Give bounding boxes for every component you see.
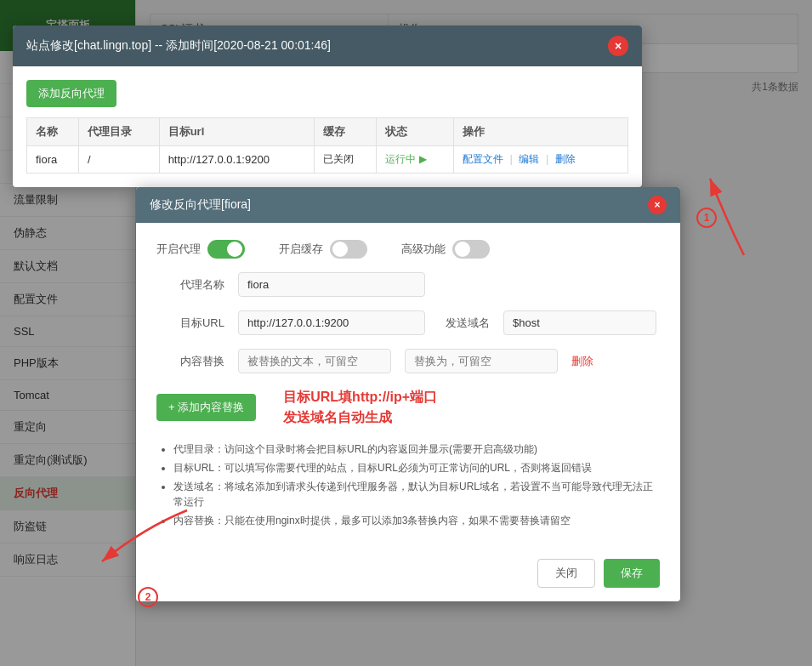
delete-proxy-link[interactable]: 删除 <box>555 153 576 165</box>
hint-line2: 发送域名自动生成 <box>283 407 437 428</box>
badge-2: 2 <box>138 587 158 607</box>
proxy-col-status: 状态 <box>377 118 453 146</box>
enable-proxy-toggle[interactable] <box>207 240 245 259</box>
add-content-button[interactable]: + 添加内容替换 <box>156 394 256 421</box>
enable-cache-label: 开启缓存 <box>279 242 323 257</box>
close-dialog-button[interactable]: 关闭 <box>537 559 595 588</box>
proxy-name-input[interactable] <box>238 272 425 297</box>
advanced-label: 高级功能 <box>401 242 446 257</box>
enable-proxy-group: 开启代理 <box>156 240 245 259</box>
toggle-knob <box>227 242 242 257</box>
proxy-table-row: fiora / http://127.0.0.1:9200 已关闭 运行中 ▶ … <box>27 146 628 174</box>
advanced-toggle-knob <box>455 242 470 257</box>
send-domain-form-label: 发送域名 <box>439 316 490 331</box>
proxy-dialog-body: 开启代理 开启缓存 高级功能 代理名称 <box>136 223 680 549</box>
info-list: 代理目录：访问这个目录时将会把目标URL的内容返回并显示(需要开启高级功能) 目… <box>156 441 660 528</box>
config-file-link[interactable]: 配置文件 <box>463 153 503 165</box>
add-reverse-proxy-button[interactable]: 添加反向代理 <box>26 80 116 107</box>
proxy-dir-cell: / <box>78 146 159 174</box>
target-url-form-label: 目标URL <box>156 316 224 331</box>
proxy-col-cache: 缓存 <box>314 118 377 146</box>
enable-cache-group: 开启缓存 <box>279 240 367 259</box>
proxy-col-url: 目标url <box>159 118 314 146</box>
proxy-url-cell: http://127.0.0.1:9200 <box>159 146 314 174</box>
dialog-footer: 关闭 保存 <box>136 549 680 601</box>
content-replace-form-label: 内容替换 <box>156 354 224 369</box>
proxy-cache-cell: 已关闭 <box>314 146 377 174</box>
proxy-action-links: 配置文件 | 编辑 | 删除 <box>463 152 619 167</box>
hint-line1: 目标URL填http://ip+端口 <box>283 387 437 407</box>
site-dialog-close-button[interactable]: × <box>608 36 628 56</box>
proxy-col-action: 操作 <box>453 118 627 146</box>
proxy-dialog-header: 修改反向代理[fiora] × <box>136 187 680 223</box>
replace-to-input[interactable] <box>405 349 558 373</box>
proxy-dialog: 修改反向代理[fiora] × 开启代理 开启缓存 高级功能 <box>136 187 680 601</box>
delete-replace-button[interactable]: 删除 <box>571 354 593 369</box>
proxy-name-cell: fiora <box>27 146 79 174</box>
site-dialog: 站点修改[chat.lingn.top] -- 添加时间[2020-08-21 … <box>13 26 642 187</box>
cache-toggle-knob <box>332 242 348 257</box>
info-item-3: 内容替换：只能在使用nginx时提供，最多可以添加3条替换内容，如果不需要替换请… <box>173 513 660 528</box>
proxy-dialog-title: 修改反向代理[fiora] <box>150 197 251 213</box>
proxy-col-dir: 代理目录 <box>78 118 159 146</box>
proxy-action-cell: 配置文件 | 编辑 | 删除 <box>453 146 627 174</box>
site-dialog-title: 站点修改[chat.lingn.top] -- 添加时间[2020-08-21 … <box>26 38 331 54</box>
advanced-toggle[interactable] <box>452 240 490 259</box>
proxy-name-row: 代理名称 <box>156 272 660 297</box>
site-dialog-header: 站点修改[chat.lingn.top] -- 添加时间[2020-08-21 … <box>13 26 642 66</box>
save-dialog-button[interactable]: 保存 <box>604 559 660 588</box>
proxy-col-name: 名称 <box>27 118 79 146</box>
info-item-1: 目标URL：可以填写你需要代理的站点，目标URL必须为可正常访问的URL，否则将… <box>173 460 660 475</box>
add-content-row: + 添加内容替换 目标URL填http://ip+端口 发送域名自动生成 <box>156 387 660 428</box>
url-row: 目标URL 发送域名 <box>156 310 660 335</box>
proxy-dialog-close-button[interactable]: × <box>648 196 667 214</box>
target-url-input[interactable] <box>238 310 425 335</box>
advanced-group: 高级功能 <box>401 240 490 259</box>
proxy-status-cell: 运行中 ▶ <box>377 146 453 174</box>
toggle-row: 开启代理 开启缓存 高级功能 <box>156 240 660 259</box>
send-domain-input[interactable] <box>503 310 656 335</box>
proxy-table: 名称 代理目录 目标url 缓存 状态 操作 fiora / http://12… <box>26 117 628 174</box>
enable-proxy-label: 开启代理 <box>156 242 201 257</box>
content-replace-row: 内容替换 删除 <box>156 349 660 373</box>
info-item-2: 发送域名：将域名添加到请求头传递到代理服务器，默认为目标URL域名，若设置不当可… <box>173 479 660 509</box>
enable-cache-toggle[interactable] <box>330 240 367 259</box>
proxy-name-form-label: 代理名称 <box>156 277 224 293</box>
edit-link[interactable]: 编辑 <box>519 153 539 165</box>
info-item-0: 代理目录：访问这个目录时将会把目标URL的内容返回并显示(需要开启高级功能) <box>173 441 660 457</box>
badge-1: 1 <box>696 208 717 228</box>
site-dialog-body: 添加反向代理 名称 代理目录 目标url 缓存 状态 操作 fiora / ht… <box>13 66 642 187</box>
replace-from-input[interactable] <box>238 349 391 373</box>
hint-block: 目标URL填http://ip+端口 发送域名自动生成 <box>283 387 437 428</box>
